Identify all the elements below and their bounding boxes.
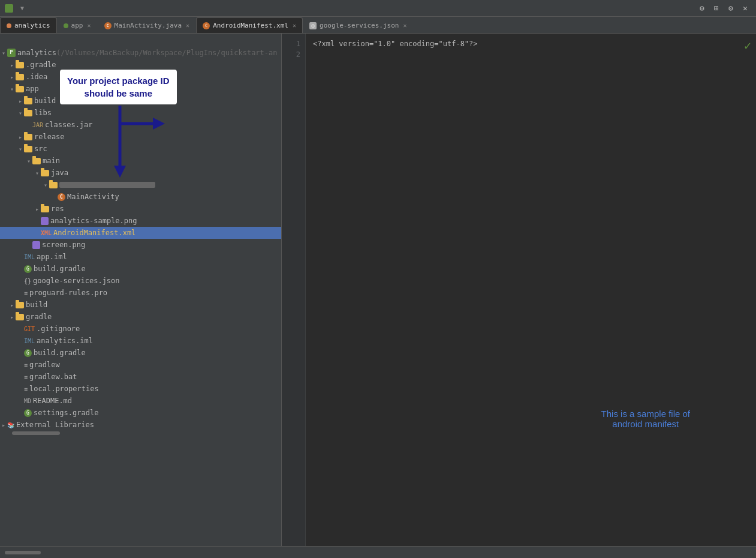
tab-close-app[interactable]: ✕	[87, 22, 91, 29]
tree-item-icon: IML	[24, 338, 35, 344]
tree-item-icon: MD	[24, 398, 31, 404]
tree-item-build-top[interactable]: ▸ build	[0, 299, 281, 311]
code-editor: 12 <?xml version="1.0" encoding="utf-8"?…	[282, 34, 756, 546]
tab-mainactivity[interactable]: C MainActivity.java ✕	[98, 17, 197, 33]
tab-analytics[interactable]: analytics	[0, 17, 57, 33]
tree-item-label: local.properties	[29, 385, 99, 393]
tree-item-analytics-root[interactable]: ▾Panalytics (/Volumes/MacBackup/Workspac…	[0, 47, 281, 59]
tree-item-icon: G	[24, 409, 32, 417]
grid-icon[interactable]: ⊞	[710, 2, 722, 14]
tree-item-gradle-top[interactable]: ▸ gradle	[0, 311, 281, 323]
tree-arrow: ▸	[8, 302, 16, 308]
tree-item-build-gradle-root[interactable]: Gbuild.gradle	[0, 347, 281, 359]
tree-item-gradle-root[interactable]: ▸ .gradle	[0, 59, 281, 71]
tab-googleservices[interactable]: {} google-services.json ✕	[303, 17, 413, 33]
tree-item-label: settings.gradle	[34, 409, 98, 417]
tree-item-build[interactable]: ▸ build	[0, 95, 281, 107]
tree-arrow: ▸	[8, 74, 16, 80]
tree-item-icon	[24, 98, 32, 104]
tree-item-icon	[24, 134, 32, 140]
tree-item-label: .gradle	[26, 61, 56, 69]
sidebar-scrollbar-h[interactable]	[0, 431, 281, 436]
line-number-2: 2	[282, 49, 305, 60]
tree-item-icon	[16, 62, 24, 68]
checkmark-icon: ✓	[744, 38, 751, 53]
tree-item-label: classes.jar	[45, 121, 92, 129]
title-bar-dropdown[interactable]: ▼	[20, 5, 24, 11]
tree-item-analytics-sample[interactable]: analytics-sample.png	[0, 215, 281, 227]
tree-item-libs[interactable]: ▾ libs	[0, 107, 281, 119]
tab-dot-mainactivity: C	[104, 22, 112, 29]
xml-decl: <?xml version="1.0" encoding="utf-8"?>	[313, 38, 478, 49]
tree-item-blurred-package[interactable]: ▾	[0, 179, 281, 191]
tree-arrow: ▸	[8, 314, 16, 320]
folder-icon	[41, 170, 49, 176]
tree-item-java[interactable]: ▾ java	[0, 167, 281, 179]
gradle-icon: G	[24, 265, 32, 273]
tree-item-icon: ≡	[24, 374, 28, 380]
tree-item-icon	[41, 170, 49, 176]
props-icon: ≡	[24, 290, 28, 296]
tree-item-idea-root[interactable]: ▸ .idea	[0, 71, 281, 83]
library-icon: 📚	[7, 422, 14, 428]
tree-item-androidmanifest-file[interactable]: XMLAndroidManifest.xml	[0, 227, 281, 239]
tree-item-mainactivity-file[interactable]: CMainActivity	[0, 191, 281, 203]
tree-item-app-iml[interactable]: IMLapp.iml	[0, 251, 281, 263]
tab-close-mainactivity[interactable]: ✕	[186, 22, 189, 29]
tree-item-gradlew-bat[interactable]: ≡gradlew.bat	[0, 371, 281, 383]
file-tree: ▾Panalytics (/Volumes/MacBackup/Workspac…	[0, 47, 281, 431]
tree-item-release[interactable]: ▸ release	[0, 131, 281, 143]
tab-close-androidmanifest[interactable]: ✕	[293, 22, 296, 29]
tree-item-icon	[24, 146, 32, 152]
tree-item-proguard[interactable]: ≡proguard-rules.pro	[0, 287, 281, 299]
tree-item-classes-jar[interactable]: JARclasses.jar	[0, 119, 281, 131]
tree-item-icon: JAR	[32, 122, 43, 128]
tree-item-icon	[32, 241, 40, 249]
tab-label-app: app	[71, 22, 83, 29]
tree-item-gradlew[interactable]: ≡gradlew	[0, 359, 281, 371]
props-icon: ≡	[24, 386, 28, 392]
tree-item-external-libs[interactable]: ▸📚External Libraries	[0, 419, 281, 431]
tree-item-src[interactable]: ▾ src	[0, 143, 281, 155]
tree-item-label: AndroidManifest.xml	[53, 229, 135, 237]
folder-icon	[16, 314, 24, 320]
config-icon[interactable]: ⚙	[725, 2, 737, 14]
settings-icon[interactable]: ⚙	[696, 2, 708, 14]
tree-item-label: MainActivity	[67, 193, 119, 201]
tab-dot-googleservices: {}	[309, 22, 317, 29]
tree-item-readme[interactable]: MDREADME.md	[0, 395, 281, 407]
tree-arrow: ▾	[34, 170, 41, 176]
tab-dot-app	[64, 23, 68, 28]
tree-item-icon: 📚	[7, 422, 14, 428]
main-area: ▾Panalytics (/Volumes/MacBackup/Workspac…	[0, 34, 756, 546]
tree-item-google-services[interactable]: {}google-services.json	[0, 275, 281, 287]
tree-item-screen-png[interactable]: screen.png	[0, 239, 281, 251]
tree-item-analytics-iml[interactable]: IMLanalytics.iml	[0, 335, 281, 347]
tab-androidmanifest[interactable]: C AndroidManifest.xml ✕	[196, 17, 303, 33]
tab-app[interactable]: app ✕	[57, 17, 98, 33]
tree-item-icon: GIT	[24, 326, 35, 332]
tree-item-settings-gradle[interactable]: Gsettings.gradle	[0, 407, 281, 419]
tree-arrow: ▾	[42, 182, 49, 188]
tree-item-main[interactable]: ▾ main	[0, 155, 281, 167]
tab-close-googleservices[interactable]: ✕	[403, 22, 406, 29]
tree-item-label: proguard-rules.pro	[29, 289, 107, 297]
close-icon[interactable]: ✕	[739, 2, 751, 14]
folder-icon	[16, 86, 24, 92]
jar-icon: JAR	[32, 122, 43, 128]
tree-item-app-root[interactable]: ▾ app	[0, 83, 281, 95]
tree-item-icon: G	[24, 265, 32, 273]
code-content[interactable]: <?xml version="1.0" encoding="utf-8"?>	[306, 34, 756, 546]
tree-item-label: analytics-sample.png	[50, 217, 137, 225]
folder-icon	[49, 182, 58, 188]
tree-item-gitignore[interactable]: GIT.gitignore	[0, 323, 281, 335]
tree-item-local-props[interactable]: ≡local.properties	[0, 383, 281, 395]
tree-item-icon	[16, 314, 24, 320]
tree-item-icon: ≡	[24, 290, 28, 296]
tree-item-icon: XML	[41, 230, 52, 236]
tree-item-label: analytics.iml	[37, 337, 93, 345]
tree-item-build-gradle-app[interactable]: Gbuild.gradle	[0, 263, 281, 275]
tree-item-res[interactable]: ▸ res	[0, 203, 281, 215]
tree-item-icon: C	[58, 193, 65, 201]
scrollbar-thumb[interactable]	[5, 551, 41, 554]
